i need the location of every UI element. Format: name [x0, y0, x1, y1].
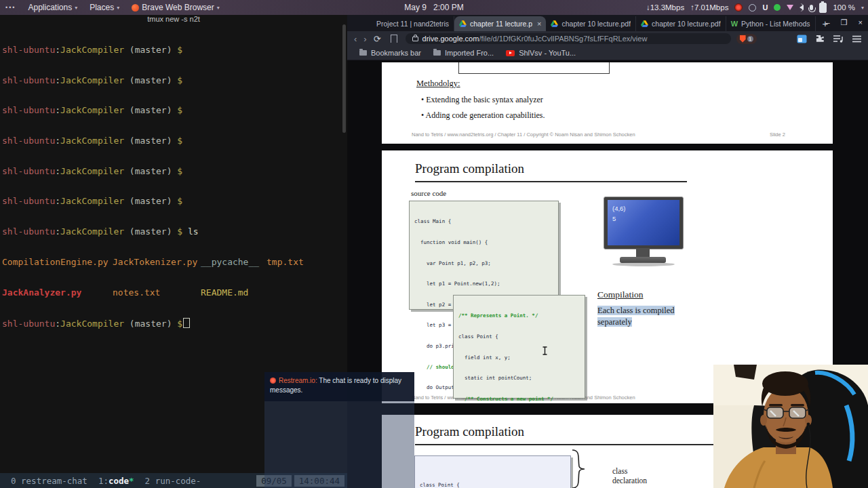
slide-number: Slide 2	[770, 131, 785, 138]
folder-icon	[359, 50, 367, 56]
youtube-icon	[506, 50, 515, 56]
brave-app-menu[interactable]: Brave Web Browser ▾	[132, 3, 220, 12]
terminal-title: tmux new -s n2t	[0, 15, 347, 24]
prompt-dir: JackCompiler	[60, 45, 124, 55]
terminal-line: shl-ubuntu:JackCompiler (master) $	[2, 76, 340, 86]
tab-chapter-11-lecture[interactable]: chapter 11 lecture.p ×	[454, 16, 546, 31]
prompt-sep: :	[55, 226, 60, 237]
workspace-dots-icon: •••	[5, 4, 16, 11]
monitor-frame: (4,6) 5	[604, 197, 684, 249]
chevron-down-icon: ▾	[75, 5, 77, 11]
brave-icon	[132, 4, 139, 12]
chevron-down-icon[interactable]: ▾	[861, 5, 864, 11]
slide-title: Program compilation	[415, 424, 524, 439]
monitor-screen: (4,6) 5	[608, 200, 679, 245]
prompt-sep: :	[55, 45, 60, 55]
code-line: class Point {	[458, 333, 585, 340]
prompt-sep: :	[55, 196, 60, 206]
curly-brace	[570, 449, 587, 488]
code-comment: /** Represents a Point. */	[458, 312, 585, 319]
microphone-icon[interactable]	[810, 5, 813, 10]
prompt-sep: :	[55, 105, 60, 115]
file-name: __pycache__	[201, 258, 259, 268]
terminal-line: shl-ubuntu:JackCompiler (master) $	[2, 197, 340, 207]
google-drive-icon	[551, 20, 558, 27]
prompt-branch: (master)	[124, 319, 172, 329]
address-bar[interactable]: drive.google.com /file/d/1DfGKr0fuJcCvlI…	[406, 33, 731, 44]
tray-ring-icon[interactable]	[749, 4, 756, 12]
reload-button[interactable]: ⟳	[374, 34, 381, 44]
selection-line: separately	[597, 317, 632, 327]
bookmark-folder-imported[interactable]: Imported Fro...	[433, 49, 494, 57]
tmux-win1-index: 1:	[98, 476, 108, 486]
browser-tabstrip: Project 11 | nand2tetris chapter 11 lect…	[347, 15, 868, 31]
restream-icon	[270, 378, 276, 384]
prompt-dir: JackCompiler	[60, 319, 124, 329]
prompt-dir: JackCompiler	[60, 75, 124, 85]
bookmark-youtube-channel[interactable]: ShlVsv - YouTu...	[506, 49, 576, 57]
tab-label: chapter 11 lecture.p	[470, 20, 532, 28]
lock-icon[interactable]	[412, 37, 418, 41]
terminal-line-ls: shl-ubuntu:JackCompiler (master) $ ls	[2, 227, 340, 237]
terminal-cursor	[183, 318, 190, 328]
places-menu[interactable]: Places ▾	[90, 3, 119, 12]
slide-bullet: • Adding code generation capabilities.	[421, 110, 545, 121]
code-line: let p1 = Point.new(1,2);	[414, 281, 558, 287]
brave-shield-button[interactable]: 1	[736, 34, 757, 44]
prompt-branch: (master)	[124, 75, 172, 85]
menu-icon[interactable]	[852, 35, 861, 43]
annotation-line: class	[612, 466, 647, 476]
tab-chapter-10-lecture-2[interactable]: chapter 10 lecture.pdf	[636, 16, 726, 31]
close-window-button[interactable]: ×	[859, 18, 863, 26]
maximize-button[interactable]: ❒	[841, 18, 848, 27]
system-tray: ↓13.3Mbps ↑7.01Mbps U 100 % ▾	[646, 0, 864, 15]
selected-text: Each class is compiled separately	[597, 305, 675, 328]
tab-close-icon[interactable]: ×	[537, 20, 541, 28]
tray-triangle-icon[interactable]	[787, 5, 793, 10]
shield-icon	[740, 35, 746, 43]
tray-green-icon[interactable]	[774, 4, 781, 11]
applications-menu[interactable]: Applications ▾	[28, 3, 77, 12]
prompt-dollar: $	[172, 136, 182, 146]
prompt-dollar: $	[172, 196, 182, 206]
ulauncher-indicator[interactable]: U	[762, 3, 768, 12]
applications-label: Applications	[28, 3, 72, 12]
volume-icon[interactable]	[800, 5, 804, 10]
prompt-dollar: $	[172, 226, 182, 237]
battery-icon[interactable]	[819, 3, 827, 13]
places-label: Places	[90, 3, 114, 12]
terminal-scrollbar[interactable]	[342, 24, 346, 133]
url-path: /file/d/1DfGKr0fuJcCvlIPABNSg7fsLfFFqRLe…	[479, 35, 647, 43]
tab-chapter-10-lecture-1[interactable]: chapter 10 lecture.pdf	[546, 16, 636, 31]
bookmark-folder-bookmarks-bar[interactable]: Bookmarks bar	[359, 49, 421, 57]
prompt-branch: (master)	[124, 105, 172, 115]
back-button[interactable]: ‹	[354, 34, 357, 44]
title-rule	[415, 181, 687, 182]
forward-button[interactable]: ›	[363, 34, 366, 44]
terminal-line: shl-ubuntu:JackCompiler (master) $	[2, 45, 340, 56]
code-line: static int pointCount;	[458, 375, 585, 382]
prompt-sep: :	[55, 75, 60, 85]
terminal-line: shl-ubuntu:JackCompiler (master) $	[2, 136, 340, 146]
bookmark-icon[interactable]	[391, 35, 397, 43]
terminal-line: shl-ubuntu:JackCompiler (master) $	[2, 106, 340, 116]
monitor-stand	[636, 248, 650, 257]
minimize-button[interactable]: –	[826, 18, 830, 26]
record-icon[interactable]	[734, 3, 743, 12]
slide-title: Program compilation	[415, 161, 524, 176]
folder-icon	[433, 50, 441, 56]
prompt-branch: (master)	[124, 45, 172, 55]
monitor-output-line: 5	[612, 214, 679, 224]
file-name: notes.txt	[113, 288, 160, 298]
extensions-puzzle-icon[interactable]	[816, 35, 825, 43]
chevron-down-icon: ▾	[217, 5, 220, 11]
playlist-icon[interactable]	[833, 35, 844, 43]
tab-label: Project 11 | nand2tetris	[376, 20, 449, 28]
sidebar-icon[interactable]	[797, 35, 807, 43]
tab-project-11[interactable]: Project 11 | nand2tetris	[372, 16, 454, 31]
window-controls: – ❒ ×	[826, 15, 863, 30]
prompt-branch: (master)	[124, 136, 172, 146]
w3schools-icon: W	[731, 20, 738, 28]
browser-toolbar: ‹ › ⟳ drive.google.com /file/d/1DfGKr0fu…	[347, 31, 868, 46]
tab-python-list-methods[interactable]: W Python - List Methods	[726, 16, 816, 31]
